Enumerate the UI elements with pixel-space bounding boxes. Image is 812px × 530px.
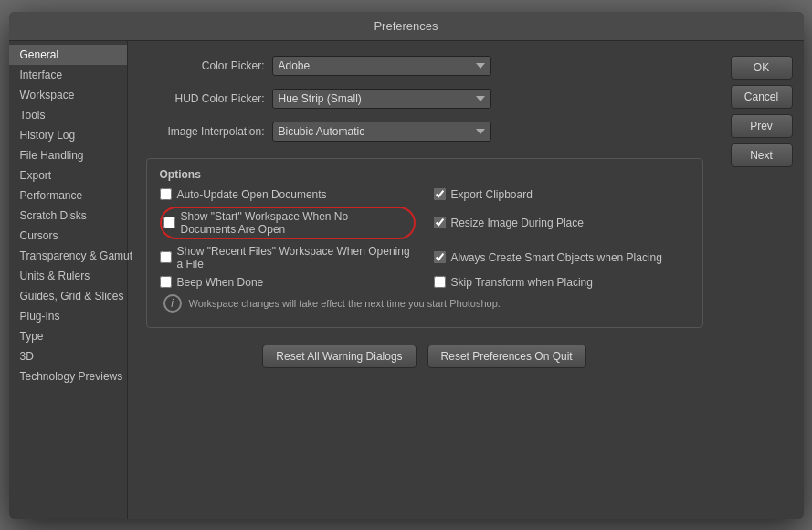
info-icon: i [163, 294, 182, 313]
reset-warnings-button[interactable]: Reset All Warning Dialogs [262, 344, 416, 368]
sidebar-item-tools[interactable]: Tools [9, 105, 127, 125]
sidebar-item-workspace[interactable]: Workspace [9, 85, 127, 105]
option-start-workspace-checkbox[interactable] [163, 217, 175, 228]
sidebar-item-cursors[interactable]: Cursors [9, 226, 127, 246]
hud-color-picker-select[interactable]: Hue Strip (Small) [272, 89, 491, 109]
option-skip-transform-checkbox[interactable] [434, 276, 446, 288]
ok-button[interactable]: OK [731, 56, 793, 80]
sidebar: GeneralInterfaceWorkspaceToolsHistory Lo… [9, 41, 128, 519]
option-export-clipboard-label: Export Clipboard [451, 188, 533, 201]
option-export-clipboard-checkbox[interactable] [434, 188, 446, 200]
option-auto-update-checkbox[interactable] [160, 188, 172, 200]
next-button[interactable]: Next [731, 143, 793, 167]
action-buttons: OK Cancel Prev Next [722, 41, 804, 519]
sidebar-item-transparency---gamut[interactable]: Transparency & Gamut [9, 246, 127, 266]
sidebar-item-performance[interactable]: Performance [9, 186, 127, 206]
prev-button[interactable]: Prev [731, 114, 793, 138]
option-beep-checkbox[interactable] [160, 276, 172, 288]
color-picker-label: Color Picker: [146, 59, 265, 72]
info-text: Workspace changes will take effect the n… [189, 298, 501, 309]
image-interpolation-row: Image Interpolation: Bicubic Automatic [146, 122, 703, 142]
option-start-workspace-container: Show "Start" Workspace When No Documents… [160, 207, 416, 239]
option-smart-objects-checkbox[interactable] [434, 251, 446, 263]
option-resize-image: Resize Image During Place [434, 207, 690, 239]
dialog-title: Preferences [9, 12, 804, 41]
option-skip-transform-label: Skip Transform when Placing [451, 276, 593, 289]
preferences-dialog: Preferences GeneralInterfaceWorkspaceToo… [9, 12, 804, 519]
color-picker-row: Color Picker: Adobe [146, 56, 703, 76]
option-export-clipboard: Export Clipboard [434, 188, 690, 201]
option-start-workspace-label: Show "Start" Workspace When No Documents… [181, 210, 406, 236]
option-resize-image-label: Resize Image During Place [451, 217, 584, 229]
image-interpolation-label: Image Interpolation: [146, 125, 265, 138]
sidebar-item-plug-ins[interactable]: Plug-Ins [9, 306, 127, 326]
sidebar-item-scratch-disks[interactable]: Scratch Disks [9, 206, 127, 226]
option-beep-label: Beep When Done [177, 276, 264, 289]
sidebar-item-file-handling[interactable]: File Handling [9, 145, 127, 165]
hud-color-picker-label: HUD Color Picker: [146, 92, 265, 105]
option-auto-update: Auto-Update Open Documents [160, 188, 416, 201]
dialog-body: GeneralInterfaceWorkspaceToolsHistory Lo… [9, 41, 804, 519]
option-auto-update-label: Auto-Update Open Documents [177, 188, 327, 201]
cancel-button[interactable]: Cancel [731, 85, 793, 109]
image-interpolation-select[interactable]: Bicubic Automatic [272, 122, 491, 142]
option-recent-files: Show "Recent Files" Workspace When Openi… [160, 245, 416, 270]
color-picker-select[interactable]: Adobe [272, 56, 491, 76]
main-content: Color Picker: Adobe HUD Color Picker: Hu… [128, 41, 722, 519]
hud-color-picker-row: HUD Color Picker: Hue Strip (Small) [146, 89, 703, 109]
options-grid: Auto-Update Open Documents Export Clipbo… [160, 188, 690, 289]
sidebar-item-units---rulers[interactable]: Units & Rulers [9, 266, 127, 286]
bottom-buttons: Reset All Warning Dialogs Reset Preferen… [146, 344, 703, 368]
option-recent-files-checkbox[interactable] [160, 251, 172, 263]
sidebar-item-technology-previews[interactable]: Technology Previews [9, 366, 127, 387]
sidebar-item-type[interactable]: Type [9, 326, 127, 346]
options-section: Options Auto-Update Open Documents Expor… [146, 158, 703, 328]
sidebar-item-3d[interactable]: 3D [9, 346, 127, 366]
sidebar-item-guides--grid---slices[interactable]: Guides, Grid & Slices [9, 286, 127, 306]
option-resize-image-checkbox[interactable] [434, 217, 446, 228]
reset-prefs-button[interactable]: Reset Preferences On Quit [427, 344, 586, 368]
sidebar-item-export[interactable]: Export [9, 165, 127, 186]
option-smart-objects-label: Always Create Smart Objects when Placing [451, 251, 662, 264]
info-row: i Workspace changes will take effect the… [160, 289, 690, 318]
option-recent-files-label: Show "Recent Files" Workspace When Openi… [177, 245, 416, 270]
options-title: Options [160, 168, 690, 181]
option-skip-transform: Skip Transform when Placing [434, 276, 690, 289]
sidebar-item-interface[interactable]: Interface [9, 65, 127, 85]
sidebar-item-history-log[interactable]: History Log [9, 125, 127, 145]
sidebar-item-general[interactable]: General [9, 45, 127, 65]
option-smart-objects: Always Create Smart Objects when Placing [434, 245, 690, 270]
option-start-workspace-highlighted: Show "Start" Workspace When No Documents… [160, 207, 416, 239]
option-beep: Beep When Done [160, 276, 416, 289]
